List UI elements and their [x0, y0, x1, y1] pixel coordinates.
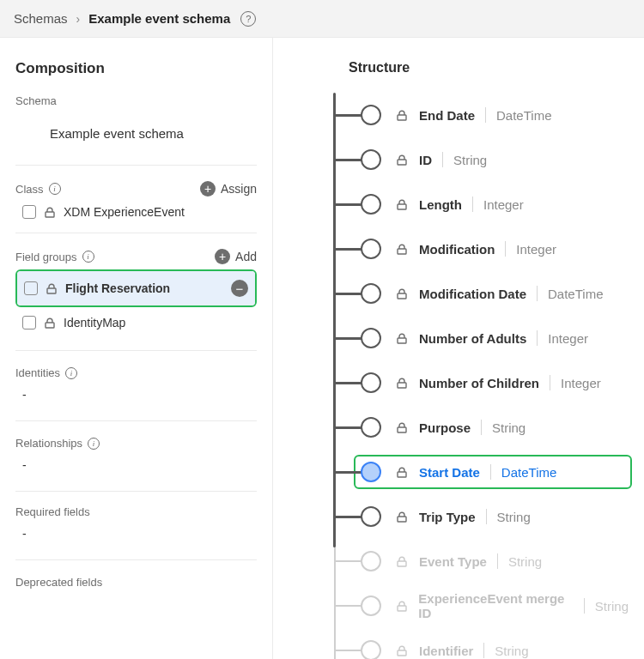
tree-branch — [335, 471, 364, 474]
tree-node[interactable]: IdentifierString — [333, 628, 629, 659]
field-type: String — [508, 554, 542, 569]
tree-branch — [335, 382, 364, 384]
field-name: Modification Date — [419, 287, 526, 301]
tree-branch — [335, 337, 364, 340]
lock-icon — [45, 317, 55, 329]
relationships-value: - — [15, 450, 257, 486]
tree-node-dot — [361, 283, 381, 304]
chevron-right-icon: › — [76, 12, 81, 26]
breadcrumb-root[interactable]: Schemas — [14, 11, 68, 26]
checkbox[interactable] — [24, 281, 38, 295]
field-type: Integer — [483, 197, 524, 212]
info-icon[interactable]: i — [65, 367, 77, 379]
field-name: ID — [419, 153, 432, 167]
tree-node[interactable]: PurposeString — [333, 405, 629, 450]
tree-branch — [335, 159, 364, 161]
tree-branch — [335, 114, 364, 117]
tree-node[interactable]: Number of AdultsInteger — [333, 316, 629, 360]
lock-icon — [397, 154, 409, 166]
required-fields-value: - — [15, 518, 257, 554]
schema-name[interactable]: Example event schema — [15, 107, 257, 160]
tree-node-dot — [361, 506, 381, 527]
tree-node-dot — [361, 640, 381, 659]
tree-node[interactable]: Trip TypeString — [333, 494, 629, 539]
field-type: String — [595, 599, 629, 614]
identities-label: Identities — [15, 366, 60, 379]
tree-branch — [335, 560, 364, 562]
deprecated-fields-label: Deprecated fields — [15, 576, 257, 589]
tree-node[interactable]: Start DateDateTime — [333, 450, 629, 494]
field-type: DateTime — [548, 287, 603, 301]
field-type: Integer — [561, 376, 601, 390]
lock-icon — [46, 283, 57, 294]
tree-node-dot — [361, 239, 381, 259]
info-icon[interactable]: i — [88, 438, 100, 450]
field-type: DateTime — [496, 108, 551, 123]
tree-node[interactable]: Modification DateDateTime — [333, 271, 629, 316]
field-type: String — [492, 420, 526, 435]
checkbox[interactable] — [22, 205, 36, 219]
tree-branch — [335, 248, 364, 251]
field-name: Event Type — [419, 554, 487, 569]
field-name: Modification — [419, 242, 495, 257]
field-name: End Date — [419, 108, 475, 123]
tree-node[interactable]: Number of ChildrenInteger — [333, 360, 629, 405]
tree-branch — [335, 650, 364, 651]
divider — [490, 464, 491, 480]
field-group-item[interactable]: IdentityMap — [15, 307, 257, 338]
lock-icon — [397, 422, 409, 433]
field-name: Number of Children — [419, 376, 539, 390]
lock-icon — [397, 511, 409, 523]
divider — [485, 107, 486, 123]
lock-icon — [45, 207, 55, 218]
field-name: Trip Type — [419, 510, 476, 524]
field-type: String — [495, 644, 528, 658]
tree-node-dot — [361, 551, 381, 571]
assign-button[interactable]: + Assign — [200, 181, 257, 196]
tree-node-dot — [361, 149, 381, 170]
tree-node[interactable]: Event TypeString — [333, 539, 629, 583]
structure-panel: Structure End DateDateTimeIDStringLength… — [273, 38, 644, 659]
lock-icon — [397, 244, 409, 255]
class-item[interactable]: XDM ExperienceEvent — [15, 196, 257, 227]
divider — [15, 350, 257, 351]
divider — [537, 286, 538, 301]
class-section-label: Class — [15, 183, 44, 196]
tree-node-dot — [361, 194, 381, 215]
remove-icon[interactable]: − — [231, 280, 248, 297]
divider — [483, 643, 484, 658]
divider — [550, 375, 550, 390]
lock-icon — [397, 110, 409, 121]
tree-node[interactable]: IDString — [333, 137, 629, 182]
breadcrumb: Schemas › Example event schema ? — [0, 0, 644, 38]
add-field-group-button[interactable]: + Add — [215, 249, 257, 264]
checkbox[interactable] — [22, 316, 36, 330]
tree-node-dot — [361, 417, 381, 438]
info-icon[interactable]: i — [49, 183, 61, 195]
divider — [486, 509, 487, 524]
schema-tree: End DateDateTimeIDStringLengthIntegerMod… — [333, 93, 629, 659]
divider — [15, 420, 257, 421]
field-name: Identifier — [419, 644, 473, 658]
field-name: ExperienceEvent merge ID — [418, 591, 574, 620]
info-icon[interactable]: i — [82, 251, 94, 263]
lock-icon — [397, 645, 409, 656]
divider — [15, 233, 257, 233]
identities-value: - — [15, 379, 257, 415]
divider — [497, 553, 498, 569]
tree-branch — [335, 605, 364, 607]
breadcrumb-current: Example event schema — [88, 11, 230, 26]
help-icon[interactable]: ? — [240, 11, 256, 27]
tree-node[interactable]: LengthInteger — [333, 182, 629, 227]
lock-icon — [397, 199, 409, 210]
structure-title: Structure — [349, 60, 629, 76]
lock-icon — [397, 378, 409, 389]
field-type: String — [497, 510, 531, 524]
field-group-item[interactable]: Flight Reservation − — [17, 271, 255, 305]
divider — [481, 420, 482, 435]
composition-panel: Composition Schema Example event schema … — [0, 38, 273, 659]
tree-node[interactable]: ExperienceEvent merge IDString — [333, 583, 629, 628]
tree-node[interactable]: End DateDateTime — [333, 93, 629, 137]
tree-node[interactable]: ModificationInteger — [333, 227, 629, 271]
tree-node-dot — [361, 596, 381, 616]
